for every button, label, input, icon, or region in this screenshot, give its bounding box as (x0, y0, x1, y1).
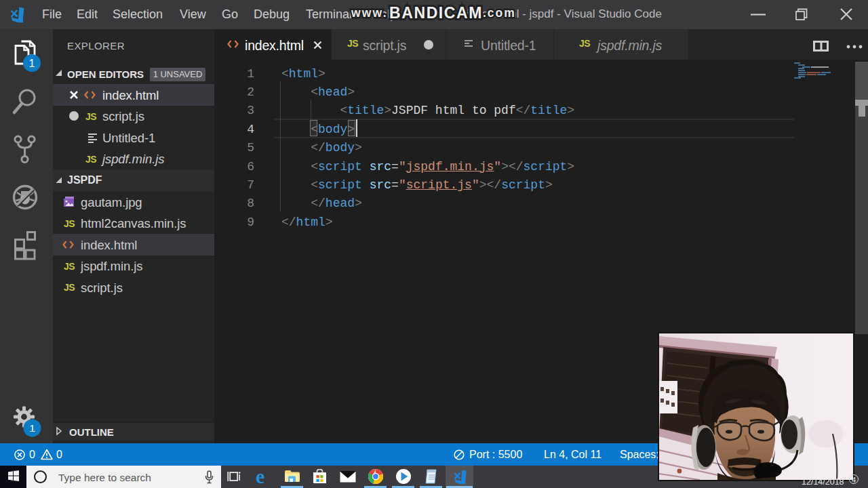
svg-text:1: 1 (29, 422, 35, 434)
svg-text:BANDICAM: BANDICAM (389, 4, 483, 22)
svg-text:www.: www. (351, 6, 388, 20)
svg-text:.com: .com (483, 6, 516, 20)
svg-text:1: 1 (29, 58, 35, 69)
